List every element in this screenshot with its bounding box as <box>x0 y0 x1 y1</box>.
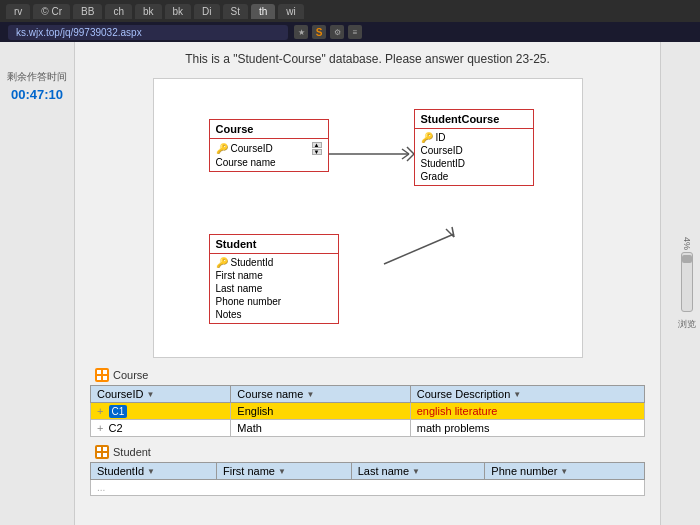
remaining-time-label: 剩余作答时间 <box>4 70 70 83</box>
course-row1-name: English <box>231 403 410 420</box>
sc-studentid-field: StudentID <box>421 157 527 170</box>
course-row1-id: + C1 <box>91 403 231 420</box>
col-studentid-label: StudentId <box>97 465 144 477</box>
course-row2-desc: math problems <box>410 420 644 437</box>
tab-bk1[interactable]: bk <box>135 4 162 19</box>
student-table-header-row: Student <box>90 445 645 459</box>
col-phonenumber[interactable]: Phne number ▼ <box>485 463 645 480</box>
settings-icon[interactable]: ⚙ <box>330 25 344 39</box>
sort-icon-lastname[interactable]: ▼ <box>412 467 420 476</box>
menu-icon[interactable]: ≡ <box>348 25 362 39</box>
student-lastname-field: Last name <box>216 282 332 295</box>
content-area: This is a "Student-Course" database. Ple… <box>75 42 660 525</box>
col-coursename-label: Course name <box>237 388 303 400</box>
student-entity: Student 🔑 StudentId First name Last name… <box>209 234 339 324</box>
sort-icon-courseid[interactable]: ▼ <box>146 390 154 399</box>
url-display[interactable]: ks.wjx.top/jq/99739032.aspx <box>8 25 288 40</box>
right-panel: 4% 浏览 <box>660 42 700 525</box>
tab-st[interactable]: St <box>223 4 248 19</box>
sc-grade-field: Grade <box>421 170 527 183</box>
tab-bb[interactable]: BB <box>73 4 102 19</box>
course-table-name: Course <box>113 369 148 381</box>
student-table-section: Student StudentId ▼ First name <box>90 445 645 496</box>
student-row-partial: ... <box>91 480 645 496</box>
sort-icon-studentid[interactable]: ▼ <box>147 467 155 476</box>
scroll-up-btn[interactable]: ▲ <box>312 142 322 148</box>
col-firstname-label: First name <box>223 465 275 477</box>
tab-di[interactable]: Di <box>194 4 219 19</box>
svg-line-5 <box>402 154 409 159</box>
browse-label: 浏览 <box>678 318 696 331</box>
course-table-section: Course CourseID ▼ Course name <box>90 368 645 437</box>
sc-grade-label: Grade <box>421 171 449 182</box>
sort-icon-phone[interactable]: ▼ <box>560 467 568 476</box>
student-pk-icon: 🔑 <box>216 257 228 268</box>
row1-add-icon: + <box>97 405 103 417</box>
address-bar: ks.wjx.top/jq/99739032.aspx ★ S ⚙ ≡ <box>0 22 700 42</box>
studentcourse-entity-fields: 🔑 ID CourseID StudentID Grade <box>415 129 533 185</box>
tab-rv[interactable]: rv <box>6 4 30 19</box>
col-coursename[interactable]: Course name ▼ <box>231 386 410 403</box>
sc-id-label: ID <box>436 132 446 143</box>
scrollbar-track[interactable] <box>681 252 693 312</box>
tab-bk2[interactable]: bk <box>165 4 192 19</box>
student-phone-field: Phone number <box>216 295 332 308</box>
student-pk-field: 🔑 StudentId <box>216 256 332 269</box>
svg-line-7 <box>446 229 454 237</box>
browser-tabs: rv © Cr BB ch bk bk Di St th wi <box>0 0 700 22</box>
sc-pk-icon: 🔑 <box>421 132 433 143</box>
col-studentid[interactable]: StudentId ▼ <box>91 463 217 480</box>
browser-action-icons: ★ S ⚙ ≡ <box>294 25 362 39</box>
svg-line-6 <box>384 234 454 264</box>
tab-ch[interactable]: ch <box>105 4 132 19</box>
scroll-indicator[interactable]: ▲ ▼ <box>312 142 322 155</box>
question-header: This is a "Student-Course" database. Ple… <box>90 52 645 66</box>
student-entity-title: Student <box>210 235 338 254</box>
col-firstname[interactable]: First name ▼ <box>217 463 352 480</box>
col-courseid-label: CourseID <box>97 388 143 400</box>
star-icon[interactable]: ★ <box>294 25 308 39</box>
s-icon[interactable]: S <box>312 25 326 39</box>
main-content: 剩余作答时间 00:47:10 This is a "Student-Cours… <box>0 42 700 525</box>
sort-icon-firstname[interactable]: ▼ <box>278 467 286 476</box>
course-row2-id: + C2 <box>91 420 231 437</box>
course-row-2[interactable]: + C2 Math math problems <box>91 420 645 437</box>
studentcourse-entity: StudentCourse 🔑 ID CourseID StudentID Gr… <box>414 109 534 186</box>
col-courseid[interactable]: CourseID ▼ <box>91 386 231 403</box>
scroll-down-btn[interactable]: ▼ <box>312 149 322 155</box>
col-lastname-label: Last name <box>358 465 409 477</box>
course-entity-fields: 🔑 CourseID ▲ ▼ Course name <box>210 139 328 171</box>
er-diagram: Course 🔑 CourseID ▲ ▼ Course name <box>153 78 583 358</box>
col-lastname[interactable]: Last name ▼ <box>351 463 485 480</box>
student-table-icon <box>95 445 109 459</box>
svg-line-8 <box>452 227 454 237</box>
student-entity-fields: 🔑 StudentId First name Last name Phone n… <box>210 254 338 323</box>
course-table-icon <box>95 368 109 382</box>
scroll-percent-label: 4% <box>682 236 692 249</box>
sort-icon-coursedesc[interactable]: ▼ <box>513 390 521 399</box>
course-row1-desc: english literature <box>410 403 644 420</box>
course-pk-field: 🔑 CourseID ▲ ▼ <box>216 141 322 156</box>
sort-icon-coursename[interactable]: ▼ <box>306 390 314 399</box>
sc-courseid-field: CourseID <box>421 144 527 157</box>
sc-courseid-label: CourseID <box>421 145 463 156</box>
course-row2-name: Math <box>231 420 410 437</box>
course-row-1[interactable]: + C1 English english literature <box>91 403 645 420</box>
left-sidebar: 剩余作答时间 00:47:10 <box>0 42 75 525</box>
row2-id-label: C2 <box>109 422 123 434</box>
course-entity-title: Course <box>210 120 328 139</box>
course-name-label: Course name <box>216 157 276 168</box>
student-data-table: StudentId ▼ First name ▼ <box>90 462 645 496</box>
tab-active[interactable]: th <box>251 4 275 19</box>
row1-id-badge: C1 <box>109 405 128 418</box>
sc-studentid-label: StudentID <box>421 158 465 169</box>
student-firstname-field: First name <box>216 269 332 282</box>
countdown-timer: 00:47:10 <box>4 87 70 102</box>
row2-add-icon: + <box>97 422 103 434</box>
col-coursedesc[interactable]: Course Description ▼ <box>410 386 644 403</box>
pk-key-icon: 🔑 <box>216 143 228 154</box>
tab-wi[interactable]: wi <box>278 4 303 19</box>
scrollbar-thumb[interactable] <box>682 255 692 263</box>
course-id-field: CourseID <box>231 143 273 154</box>
tab-cr[interactable]: © Cr <box>33 4 70 19</box>
